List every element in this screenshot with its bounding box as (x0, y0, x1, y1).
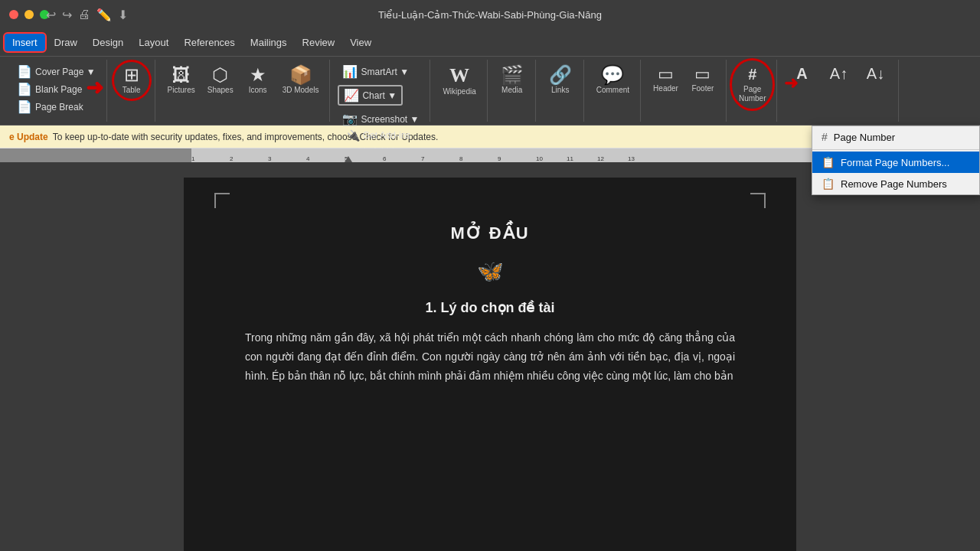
dropdown-page-number-label: Page Number (834, 132, 895, 143)
blank-page-icon: 📄 (17, 82, 32, 96)
dropdown-format-page-numbers[interactable]: 📋 Format Page Numbers... (812, 152, 979, 173)
ribbon-group-wikipedia: W Wikipedia (432, 60, 487, 122)
screenshot-button[interactable]: 📷 Screenshot ▼ (338, 110, 423, 128)
ribbon-group-text: A A↑ A↓ (779, 60, 899, 122)
screenshot-icon: 📷 (342, 112, 358, 126)
links-button[interactable]: 🔗 Links (544, 63, 577, 98)
dropdown-format-icon: 📋 (822, 156, 835, 168)
media-icon: 🎬 (501, 66, 524, 84)
get-addins-icon: 🔌 (347, 129, 360, 142)
header-icon: ▭ (658, 66, 674, 83)
ribbon-group-links: 🔗 Links (537, 60, 584, 122)
chart-button[interactable]: 📈 Chart ▼ (338, 85, 403, 106)
dropdown-page-number-icon: # (822, 131, 828, 143)
dropdown-remove-icon: 📋 (822, 178, 835, 190)
page-number-dropdown: # Page Number 📋 Format Page Numbers... 📋… (812, 126, 980, 195)
tab-stop (345, 156, 352, 162)
menu-view[interactable]: View (342, 34, 379, 51)
ribbon-group-media: 🎬 Media (489, 60, 536, 122)
dropdown-page-number[interactable]: # Page Number (812, 126, 979, 148)
menu-design[interactable]: Design (85, 34, 131, 51)
document-area: MỞ ĐẦU 🦋 1. Lý do chọn đề tài Trong nhữn… (0, 162, 980, 551)
section-title: 1. Lý do chọn đề tài (245, 299, 735, 316)
shapes-button[interactable]: ⬡ Shapes (203, 63, 238, 98)
footer-button[interactable]: ▭ Footer (686, 63, 720, 96)
comment-button[interactable]: 💬 Comment (592, 63, 634, 98)
dropdown-remove-page-numbers[interactable]: 📋 Remove Page Numbers (812, 173, 979, 194)
ribbon-group-comments: 💬 Comment (586, 60, 641, 122)
icons-button[interactable]: ★ Icons (241, 63, 275, 98)
font-grow-icon: A↑ (830, 66, 848, 81)
quick-access-toolbar: ↩ ↪ 🖨 ✏️ ⬇ (46, 8, 128, 22)
minimize-button[interactable] (24, 10, 34, 19)
wikipedia-button[interactable]: W Wikipedia (438, 63, 480, 99)
dropdown-format-label: Format Page Numbers... (841, 157, 949, 168)
dropdown-separator (812, 149, 979, 150)
3d-models-icon: 📦 (289, 66, 312, 84)
page-break-button[interactable]: 📄 Page Break (12, 98, 88, 116)
butterfly-decoration: 🦋 (245, 259, 735, 284)
wikipedia-icon: W (449, 66, 469, 86)
ribbon-group-table: ⊞ Table ➜ (109, 60, 155, 122)
smartart-icon: 📊 (342, 64, 358, 79)
table-icon: ⊞ (124, 66, 139, 84)
ribbon-group-addins: 📊 SmartArt ▼ 📈 Chart ▼ 📷 Screenshot ▼ 🔌 (332, 60, 430, 122)
menu-layout[interactable]: Layout (131, 34, 176, 51)
chart-icon: 📈 (344, 88, 359, 103)
corner-mark-tr (750, 193, 766, 208)
menu-references[interactable]: References (176, 34, 242, 51)
redo-icon[interactable]: ↪ (62, 8, 72, 22)
page-break-icon: 📄 (17, 99, 32, 114)
page-number-icon: # (748, 66, 756, 83)
menu-bar: Insert Draw Design Layout References Mai… (0, 29, 980, 57)
text-size-up-button[interactable]: A↑ (822, 63, 855, 84)
notification-label: e Update (9, 132, 48, 142)
document-page: MỞ ĐẦU 🦋 1. Lý do chọn đề tài Trong nhữn… (184, 178, 796, 551)
dropdown-icon[interactable]: ⬇ (118, 8, 128, 22)
document-body: Trong những năm gần đây, xã hội phát tri… (245, 328, 735, 386)
media-button[interactable]: 🎬 Media (495, 63, 529, 98)
text-box-icon: A (796, 66, 807, 81)
document-title: MỞ ĐẦU (245, 223, 735, 243)
header-button[interactable]: ▭ Header (648, 63, 683, 96)
links-icon: 🔗 (549, 66, 572, 84)
customize-icon[interactable]: ✏️ (96, 8, 112, 22)
text-size-down-button[interactable]: A↓ (858, 63, 892, 84)
ribbon-group-pages: 📄 Cover Page ▼ 📄 Blank Page 📄 Page Break (6, 60, 107, 122)
shapes-icon: ⬡ (212, 66, 228, 84)
table-button[interactable]: ⊞ Table (115, 63, 149, 98)
ribbon-group-illustrations: 🖼 Pictures ⬡ Shapes ★ Icons 📦 3D Models (157, 60, 331, 122)
menu-insert[interactable]: Insert (3, 32, 47, 53)
cover-page-button[interactable]: 📄 Cover Page ▼ (12, 63, 100, 80)
ribbon-group-page-number: # PageNumber ➜ (728, 60, 778, 122)
menu-mailings[interactable]: Mailings (243, 34, 295, 51)
title-bar: ↩ ↪ 🖨 ✏️ ⬇ Tiểu-Luận-Cảm-Thức-Wabi-Sabi-… (0, 0, 980, 29)
page-number-button[interactable]: # PageNumber (734, 63, 771, 106)
close-button[interactable] (9, 10, 18, 19)
corner-mark-tl (214, 193, 230, 208)
pictures-icon: 🖼 (172, 66, 191, 84)
text-box-button[interactable]: A (785, 63, 818, 84)
cover-page-icon: 📄 (17, 64, 32, 79)
icons-icon: ★ (250, 66, 266, 84)
traffic-lights (9, 10, 49, 19)
pictures-button[interactable]: 🖼 Pictures (163, 63, 200, 98)
comment-icon: 💬 (601, 66, 624, 84)
ribbon: 📄 Cover Page ▼ 📄 Blank Page 📄 Page Break… (0, 57, 980, 126)
footer-icon: ▭ (694, 66, 710, 83)
menu-review[interactable]: Review (295, 34, 343, 51)
smartart-button[interactable]: 📊 SmartArt ▼ (338, 63, 413, 80)
get-addins-button[interactable]: 🔌 Get Add-ins (342, 128, 420, 143)
menu-draw[interactable]: Draw (47, 34, 85, 51)
print-icon[interactable]: 🖨 (78, 8, 90, 21)
3d-models-button[interactable]: 📦 3D Models (278, 63, 324, 98)
undo-icon[interactable]: ↩ (46, 8, 56, 22)
dropdown-remove-label: Remove Page Numbers (841, 178, 947, 190)
ribbon-group-header-footer: ▭ Header ▭ Footer (642, 60, 727, 122)
blank-page-button[interactable]: 📄 Blank Page (12, 80, 87, 98)
font-shrink-icon: A↓ (867, 66, 884, 81)
document-title: Tiểu-Luận-Cảm-Thức-Wabi-Sabi-Phùng-Gia-N… (378, 9, 602, 21)
